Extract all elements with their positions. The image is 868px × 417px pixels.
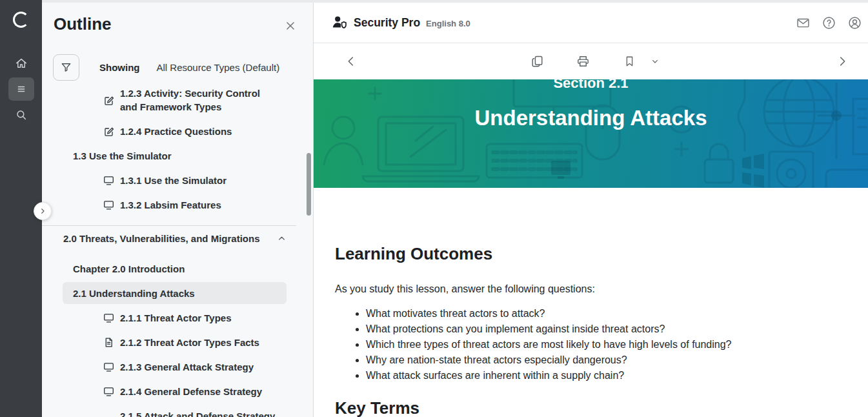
mail-button[interactable] xyxy=(796,15,811,30)
activity-icon xyxy=(103,95,114,106)
learning-outcome-question: What protections can you implement again… xyxy=(366,321,868,337)
next-button[interactable] xyxy=(834,53,851,70)
account-icon xyxy=(847,15,862,30)
activity-icon xyxy=(103,126,114,137)
menu-icon xyxy=(14,82,28,96)
print-button[interactable] xyxy=(574,53,592,70)
outline-item[interactable]: 2.1.3 General Attack Strategy xyxy=(42,354,313,379)
outline-item-label: 2.0 Threats, Vulnerabilities, and Migrat… xyxy=(63,233,260,244)
doc-icon xyxy=(103,337,114,348)
course-header: Security Pro English 8.0 xyxy=(314,3,868,43)
outline-item[interactable]: 2.1.5 Attack and Defense Strategy xyxy=(42,403,313,417)
rail-item-search[interactable] xyxy=(8,103,34,127)
security-pro-logo-icon xyxy=(331,14,348,31)
search-icon xyxy=(14,108,28,122)
filter-row: Showing All Resource Types (Default) xyxy=(53,54,279,81)
banner-title: Understanding Attacks xyxy=(314,106,868,130)
section-banner: Section 2.1 Understanding Attacks xyxy=(314,79,868,188)
previous-button[interactable] xyxy=(343,53,359,70)
outline-item-label: 2.1.3 General Attack Strategy xyxy=(120,361,254,372)
video-icon xyxy=(103,175,114,186)
outline-item[interactable]: 2.1.2 Threat Actor Types Facts xyxy=(42,330,313,354)
close-panel-button[interactable] xyxy=(282,17,299,34)
outline-item[interactable]: 2.0 Threats, Vulnerabilities, and Migrat… xyxy=(42,226,313,250)
logo-c-icon xyxy=(13,12,29,28)
banner-text: Section 2.1 Understanding Attacks xyxy=(314,79,868,130)
outline-item[interactable]: 2.1.1 Threat Actor Types xyxy=(42,305,313,330)
key-terms-heading: Key Terms xyxy=(335,398,868,417)
outline-item[interactable]: 2.1.4 General Defense Strategy xyxy=(42,379,313,403)
outline-item[interactable]: 1.3.1 Use the Simulator xyxy=(42,168,313,192)
outline-item-label: 1.3.1 Use the Simulator xyxy=(120,175,227,186)
course-title: Security Pro xyxy=(354,16,420,30)
video-icon xyxy=(103,386,114,397)
learning-outcome-question: Which three types of threat actors are m… xyxy=(366,337,868,352)
account-button[interactable] xyxy=(847,15,862,30)
lesson-intro-text: As you study this lesson, answer the fol… xyxy=(335,283,868,295)
bookmark-menu-button[interactable] xyxy=(649,55,661,68)
chevron-down-icon xyxy=(650,56,660,66)
filter-label: Showing xyxy=(99,62,140,73)
help-button[interactable] xyxy=(822,15,836,30)
outline-item[interactable]: 1.3.2 Labsim Features xyxy=(42,192,313,217)
chevron-right-icon xyxy=(835,54,849,68)
rail-item-outline[interactable] xyxy=(8,77,34,101)
outline-item[interactable]: 2.1 Understanding Attacks xyxy=(63,282,287,304)
chevron-right-icon xyxy=(39,207,46,215)
outline-item[interactable]: Chapter 2.0 Introduction xyxy=(42,256,313,281)
learning-outcome-question: Why are nation-state threat actors espec… xyxy=(366,352,868,368)
outline-item[interactable]: 1.2.4 Practice Questions xyxy=(42,119,313,143)
outline-item-label: Chapter 2.0 Introduction xyxy=(73,263,185,274)
filter-value[interactable]: All Resource Types (Default) xyxy=(157,62,280,73)
filter-button[interactable] xyxy=(53,54,79,81)
outline-item-label: 1.2.3 Activity: Security Control and Fra… xyxy=(120,86,270,114)
app-logo[interactable] xyxy=(0,12,42,28)
rail-nav xyxy=(0,52,42,129)
outline-item-label: 1.3 Use the Simulator xyxy=(73,150,172,161)
outline-item[interactable]: 1.3 Use the Simulator xyxy=(42,143,313,168)
lesson-content: Learning Outcomes As you study this less… xyxy=(314,188,868,417)
learning-outcomes-heading: Learning Outcomes xyxy=(335,244,868,264)
video-icon xyxy=(103,199,114,210)
collapse-chevron-icon[interactable] xyxy=(277,234,287,243)
copy-icon xyxy=(530,54,545,69)
outline-panel: Outline Showing All Resource Types (Defa… xyxy=(42,0,314,417)
top-strip xyxy=(42,0,868,3)
outline-item-label: 1.3.2 Labsim Features xyxy=(120,199,221,210)
learning-outcome-question: What motivates threat actors to attack? xyxy=(366,306,868,321)
panel-title: Outline xyxy=(54,14,112,34)
outline-tree: 1.2.3 Activity: Security Control and Fra… xyxy=(42,81,313,417)
learning-outcomes-list: What motivates threat actors to attack?W… xyxy=(335,306,868,383)
bookmark-button[interactable] xyxy=(621,54,638,70)
video-icon xyxy=(103,312,114,323)
home-icon xyxy=(14,56,28,70)
copy-button[interactable] xyxy=(529,53,546,70)
outline-item-label: 2.1 Understanding Attacks xyxy=(73,288,195,299)
lesson-toolbar xyxy=(314,43,868,79)
outline-item-label: 2.1.4 General Defense Strategy xyxy=(120,386,262,397)
header-icons xyxy=(796,3,862,43)
close-icon xyxy=(283,19,298,33)
funnel-icon xyxy=(59,61,73,74)
mail-icon xyxy=(796,15,811,30)
outline-item-label: 2.1.5 Attack and Defense Strategy xyxy=(120,411,275,417)
panel-scrollbar[interactable] xyxy=(307,153,311,216)
outline-item-label: 2.1.2 Threat Actor Types Facts xyxy=(120,337,259,348)
video-icon xyxy=(103,361,114,372)
print-icon xyxy=(576,54,590,69)
bookmark-icon xyxy=(623,55,636,68)
course-subtitle: English 8.0 xyxy=(426,19,470,28)
help-icon xyxy=(822,15,836,30)
expand-panel-button[interactable] xyxy=(34,202,52,220)
banner-section-label: Section 2.1 xyxy=(314,79,868,92)
outline-item-label: 1.2.4 Practice Questions xyxy=(120,126,232,137)
learning-outcome-question: What attack surfaces are inherent within… xyxy=(366,368,868,383)
rail-item-home[interactable] xyxy=(8,52,34,75)
chevron-left-icon xyxy=(344,54,358,68)
outline-item[interactable]: 1.2.3 Activity: Security Control and Fra… xyxy=(42,81,313,119)
outline-item-label: 2.1.1 Threat Actor Types xyxy=(120,312,232,323)
